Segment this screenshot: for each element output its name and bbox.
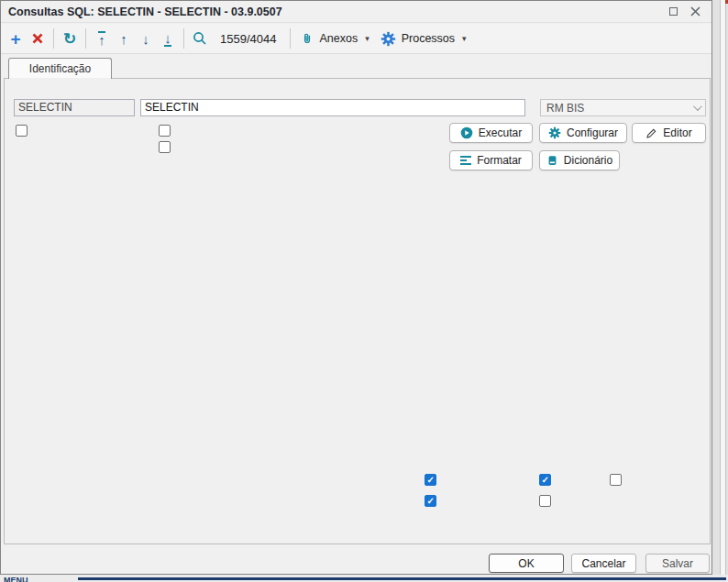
consultas-sql-dialog: Consultas SQL: SELECTIN - SELECTIN - 03.… (0, 0, 712, 575)
formatar-button[interactable]: Formatar (449, 150, 533, 170)
previous-record-icon[interactable]: ↑ (113, 27, 135, 49)
dicionario-button[interactable]: Dicionário (539, 150, 620, 170)
toolbar-separator (53, 28, 54, 49)
background-window-right-edge (712, 0, 728, 582)
anexos-label: Anexos (319, 32, 358, 45)
seguranca-linha-checkbox[interactable] (159, 125, 171, 137)
filtros-checkbox[interactable] (425, 495, 436, 507)
delete-icon[interactable] (27, 27, 49, 49)
titulo-field[interactable]: SELECTIN (140, 99, 525, 116)
configurar-button[interactable]: Configurar (539, 123, 627, 143)
toolbar-separator (290, 28, 291, 49)
refresh-icon[interactable]: ↻ (59, 27, 81, 49)
toolbar-separator (85, 28, 86, 49)
chevron-down-icon: ▾ (365, 34, 370, 43)
relatorios-checkbox[interactable] (539, 474, 551, 486)
tab-identificacao[interactable]: Identificação (8, 58, 112, 79)
paperclip-icon (301, 31, 314, 46)
menu-checkbox[interactable] (539, 495, 551, 507)
next-record-icon[interactable]: ↓ (135, 27, 157, 49)
background-window-bottom-edge: MENU (0, 575, 728, 582)
processos-label: Processos (402, 32, 455, 45)
gear-icon (381, 31, 396, 47)
format-lines-icon (460, 156, 471, 165)
aplicacao-value: RM BIS (546, 102, 584, 115)
add-icon[interactable]: + (5, 27, 27, 49)
toolbar-separator (183, 28, 184, 49)
editor-button[interactable]: Editor (632, 123, 706, 143)
seguranca-coluna-checkbox[interactable] (159, 141, 171, 153)
search-icon[interactable] (189, 27, 211, 49)
record-counter: 1559/4044 (220, 32, 276, 46)
rm-portal-checkbox[interactable] (610, 474, 622, 486)
play-circle-icon (460, 126, 473, 139)
background-menu-text: MENU (4, 576, 28, 582)
anexos-dropdown[interactable]: Anexos ▾ (295, 27, 374, 50)
maximize-icon[interactable] (669, 7, 678, 16)
background-scrollbar (720, 0, 726, 582)
book-icon (546, 154, 558, 167)
titlebar: Consultas SQL: SELECTIN - SELECTIN - 03.… (1, 1, 711, 23)
pencil-icon (645, 127, 657, 139)
toolbar: + ↻ ↑ ↑ ↓ ↓ 1559/4044 Anexos ▾ Processos… (1, 24, 711, 54)
last-record-icon[interactable]: ↓ (157, 27, 179, 49)
executar-button[interactable]: Executar (449, 123, 533, 143)
cancelar-button[interactable]: Cancelar (571, 554, 636, 573)
salvar-button[interactable]: Salvar (645, 554, 710, 573)
tab-panel (4, 78, 711, 544)
codigo-field[interactable]: SELECTIN (14, 99, 135, 116)
ok-button[interactable]: OK (489, 554, 564, 573)
gear-icon (548, 126, 561, 139)
chevron-down-icon: ▾ (462, 34, 467, 43)
window-title: Consultas SQL: SELECTIN - SELECTIN - 03.… (1, 5, 282, 18)
first-record-icon[interactable]: ↑ (91, 27, 113, 49)
background-navy-bar (78, 577, 726, 580)
aplicacao-select[interactable]: RM BIS (540, 99, 706, 116)
execucoes-visoes-checkbox[interactable] (425, 474, 436, 486)
close-icon[interactable] (690, 6, 700, 16)
chevron-down-icon (693, 102, 702, 111)
visivel-coligadas-checkbox[interactable] (16, 125, 28, 137)
processos-dropdown[interactable]: Processos ▾ (375, 27, 472, 50)
